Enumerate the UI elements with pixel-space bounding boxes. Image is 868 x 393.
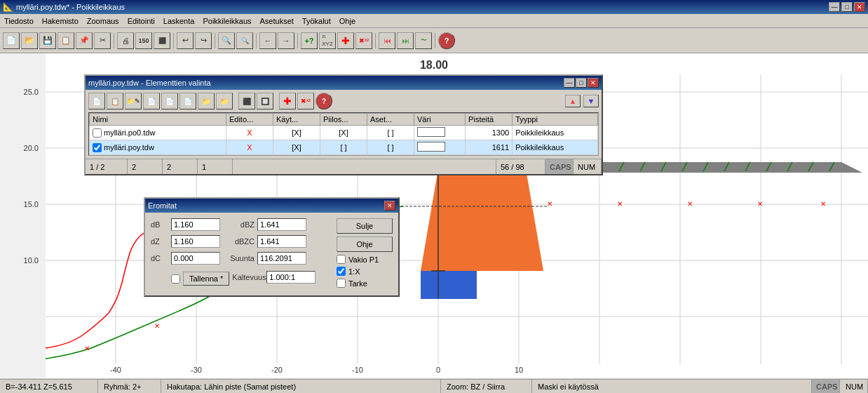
menu-bar: Tiedosto Hakemisto Zoomaus Editointi Las… [0,14,868,28]
col-kayt[interactable]: Käyt... [273,114,320,126]
elem-tb-btn7[interactable]: 📁 [198,93,215,109]
elem-tb-btn4[interactable]: 📄 [143,93,160,109]
tb-new[interactable]: 📄 [3,32,20,49]
tb-coords[interactable]: ²¹XYZ [319,32,336,49]
tb-undo[interactable]: ↩ [177,32,194,49]
elem-minimize-btn[interactable]: — [564,78,575,88]
ero-val-dC[interactable]: 0.000 [171,252,220,265]
tb-add-point[interactable]: +? [301,32,318,49]
tb-cut[interactable]: ✂ [94,32,111,49]
ohje-button[interactable]: Ohje [337,237,393,252]
menu-zoomaus[interactable]: Zoomaus [83,15,123,27]
elem-maximize-btn[interactable]: □ [576,78,587,88]
tb-print-preview[interactable]: 🖨 [117,32,134,49]
table-row[interactable]: mylläri.po0.tdw X [X] [X] [ ] 1300 Poikk… [90,126,598,140]
menu-tyokalut[interactable]: Työkalut [298,15,335,27]
tb-copy[interactable]: 📋 [57,32,74,49]
elem-close-btn[interactable]: ✕ [588,78,599,88]
menu-asetukset[interactable]: Asetukset [256,15,298,27]
close-button[interactable]: ✕ [854,2,865,12]
tb-redo[interactable]: ↪ [195,32,212,49]
status-num: NUM [840,380,868,393]
elem-nav-up[interactable]: ▲ [565,95,581,107]
menu-tiedosto[interactable]: Tiedosto [0,15,38,27]
elem-dialog-titlebar[interactable]: mylläri.poy.tdw - Elementtien valinta — … [86,76,602,90]
vakio-p1-checkbox[interactable] [337,255,346,264]
menu-ohje[interactable]: Ohje [335,15,360,27]
elem-tb-btn6[interactable]: 📄 [179,93,196,109]
row1-checkbox[interactable] [93,128,102,138]
tb-zoom-out[interactable]: 🔍 [236,32,253,49]
title-bar-controls[interactable]: — □ ✕ [829,2,865,12]
sulje-button[interactable]: Sulje [337,218,393,234]
col-tyyppi[interactable]: Tyyppi [513,114,598,126]
col-aset[interactable]: Aset... [367,114,414,126]
menu-hakemisto[interactable]: Hakemisto [38,15,83,27]
app-icon: 📐 [3,2,13,12]
elem-tb-btn5[interactable]: 📄 [161,93,178,109]
svg-text:✕: ✕ [547,200,552,208]
eromitat-right: Sulje Ohje Vakio P1 1:X Tarke [337,218,393,290]
tb-zoom-in[interactable]: 🔍 [218,32,235,49]
elem-tb-btn8[interactable]: 📁 [216,93,233,109]
1x-row: 1:X [337,267,393,276]
elem-tb-help[interactable]: ? [316,93,332,109]
elem-table: Nimi Edito... Käyt... Piilos... Aset... … [89,113,598,155]
ero-val-dB[interactable]: 1.160 [171,218,220,231]
minimize-button[interactable]: — [829,2,840,12]
ero-row-dB: dB 1.160 dBZ 1.641 [151,218,331,231]
row2-checkbox[interactable] [93,143,102,152]
row1-vari[interactable] [414,126,466,140]
col-edito[interactable]: Edito... [226,114,273,126]
1x-checkbox[interactable] [337,267,346,276]
tb-zoom-fit[interactable]: ⬛ [154,32,170,49]
tb-pan-left[interactable]: ← [259,32,276,49]
eromitat-titlebar[interactable]: Eromitat ✕ [145,199,398,213]
tallenna-button[interactable]: Tallenna * [183,272,229,286]
tb-save[interactable]: 💾 [39,32,56,49]
ero-val-dZ[interactable]: 1.160 [171,235,220,248]
ero-label-dZ: dZ [151,237,168,246]
elem-tb-btn9[interactable]: ⬛ [238,93,255,109]
ero-val-dBZ[interactable]: 1.641 [257,218,306,231]
tb-play-fwd[interactable]: ⏭ [397,32,414,49]
table-row[interactable]: mylläri.poy.tdw X [X] [ ] [ ] 1611 Poikk… [90,140,598,155]
col-vari[interactable]: Väri [414,114,466,126]
elem-title-controls[interactable]: — □ ✕ [564,78,599,88]
col-nimi[interactable]: Nimi [90,114,226,126]
col-pisteita[interactable]: Pisteitä [466,114,513,126]
tb-paste[interactable]: 📌 [76,32,93,49]
tarke-checkbox[interactable] [337,279,346,288]
tb-pan-right[interactable]: → [278,32,294,49]
elem-tb-btn3[interactable]: 📁✎ [125,93,142,109]
ero-val-kaltevuus[interactable]: 1.000:1 [266,271,316,284]
maximize-button[interactable]: □ [841,2,853,12]
tb-help[interactable]: ? [438,32,455,49]
ero-val-suunta[interactable]: 116.2091 [257,252,306,265]
menu-laskenta[interactable]: Laskenta [159,15,199,27]
elem-nav-down[interactable]: ▼ [583,95,599,107]
ero-val-dBZC[interactable]: 1.641 [257,235,306,248]
tb-cross2[interactable]: ✖ᵡ² [355,32,372,49]
title-bar-left: 📐 mylläri.poy.tdw* - Poikkileikkaus [3,2,125,12]
menu-editointi[interactable]: Editointi [123,15,159,27]
ero-row-dZ: dZ 1.160 dBZC 1.641 [151,235,331,248]
eromitat-close-btn[interactable]: ✕ [384,201,395,211]
row2-vari[interactable] [414,140,466,155]
tb-play-back[interactable]: ⏮ [379,32,395,49]
tb-open[interactable]: 📂 [21,32,38,49]
ero-save-checkbox[interactable] [171,274,180,284]
elem-status-caps: CAPS [545,159,574,174]
tb-cross[interactable]: ✚ [337,32,354,49]
elem-tb-btn1[interactable]: 📄 [88,93,105,109]
elem-tb-btn10[interactable]: 🔲 [257,93,273,109]
col-piilos[interactable]: Piilos... [320,114,367,126]
tb-print[interactable]: 150 [135,32,152,49]
menu-poikkileikkaus[interactable]: Poikkileikkaus [198,15,255,27]
elem-tb-btn2[interactable]: 📋 [107,93,123,109]
svg-text:✕: ✕ [84,345,90,352]
elem-tb-cross-red2[interactable]: ✖ᵡ² [297,93,314,109]
elem-tb-cross-red[interactable]: ✚ [279,93,296,109]
svg-text:✕: ✕ [154,322,160,330]
tb-wave[interactable]: 〜 [415,32,432,49]
